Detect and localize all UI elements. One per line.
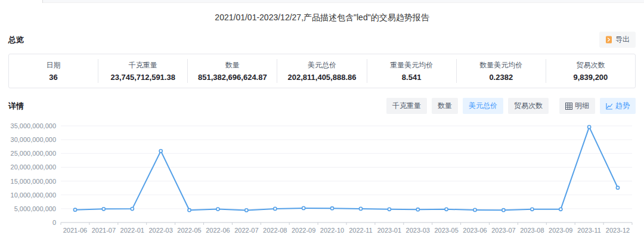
stat-label: 美元总价 [281, 60, 363, 70]
metric-tab-1[interactable]: 千克重量 [386, 98, 427, 114]
view-tab-1[interactable]: 明细 [559, 98, 595, 114]
stat-item: 数量851,382,696,624.87 [188, 59, 277, 83]
trend-line-icon [606, 103, 613, 110]
x-axis-tick-label: 2023-03 [406, 227, 430, 234]
browser-tab-edge [0, 0, 43, 3]
data-point-marker [73, 208, 76, 211]
x-axis-tick-label: 2022-08 [263, 227, 287, 234]
data-point-marker [159, 150, 162, 153]
stat-value: 36 [13, 73, 94, 82]
data-point-marker [445, 208, 448, 211]
stat-value: 202,811,405,888.86 [281, 73, 363, 82]
stat-value: 9,839,200 [550, 73, 631, 82]
stat-value: 851,382,696,624.87 [191, 73, 273, 82]
x-axis-tick-label: 2023-07 [491, 227, 515, 234]
data-point-marker [531, 208, 534, 211]
x-axis-tick-label: 2022-10 [320, 227, 344, 234]
stat-item: 数量美元均价0.2382 [457, 59, 546, 83]
data-point-marker [188, 209, 191, 212]
page-title: 2021/01/01-2023/12/27,产品描述包含"led"的交易趋势报告 [0, 3, 644, 23]
y-axis-tick-label: 10,000,000,000 [11, 191, 56, 199]
window-top-strip [0, 0, 644, 3]
stat-label: 千克重量 [102, 60, 184, 70]
x-axis-tick-label: 2023-05 [434, 227, 458, 234]
stat-item: 日期36 [9, 59, 98, 83]
x-axis-tick-label: 2022-01 [120, 227, 144, 234]
x-axis-tick-label: 2022-05 [177, 227, 201, 234]
stat-item: 贸易次数9,839,200 [546, 59, 635, 83]
view-tab-1-label: 明细 [575, 101, 589, 111]
x-axis-tick-label: 2022-03 [148, 227, 172, 234]
data-point-marker [616, 186, 619, 189]
y-axis-tick-label: 25,000,000,000 [11, 150, 56, 157]
data-point-marker [502, 209, 505, 212]
x-axis-tick-label: 2023-08 [520, 227, 544, 234]
data-point-marker [330, 207, 333, 210]
data-point-marker [274, 207, 277, 210]
y-axis-tick-label: 30,000,000,000 [11, 136, 56, 143]
metric-tab-4-label: 贸易次数 [514, 101, 543, 111]
overview-header: 总览 导出 [8, 32, 636, 48]
trend-line-chart: 05,000,000,00010,000,000,00015,000,000,0… [8, 121, 636, 241]
x-axis-tick-label: 2023-06 [463, 227, 487, 234]
data-point-marker [216, 208, 219, 211]
stat-value: 8.541 [371, 73, 453, 82]
overview-section-label: 总览 [8, 35, 24, 45]
stat-label: 数量 [191, 60, 273, 70]
view-tab-2-label: 趋势 [615, 101, 630, 111]
trend-chart-container: 05,000,000,00010,000,000,00015,000,000,0… [8, 121, 636, 241]
data-point-marker [245, 209, 248, 212]
x-axis-tick-label: 2022-11 [349, 227, 373, 234]
y-axis-tick-label: 0 [52, 219, 56, 226]
stat-item: 千克重量23,745,712,591.38 [98, 59, 188, 83]
x-axis-tick-label: 2022-09 [292, 227, 315, 234]
stat-label: 数量美元均价 [460, 60, 542, 70]
stat-label: 重量美元均价 [371, 60, 453, 70]
stat-item: 重量美元均价8.541 [367, 59, 457, 83]
data-point-marker [102, 208, 105, 211]
x-axis-tick-label: 2023-12 [606, 227, 630, 234]
y-axis-tick-label: 35,000,000,000 [11, 122, 56, 129]
y-axis-tick-label: 5,000,000,000 [14, 205, 56, 212]
data-point-marker [359, 207, 362, 210]
table-grid-icon [565, 103, 572, 110]
x-axis-tick-label: 2023-11 [577, 227, 601, 234]
details-header: 详情 千克重量数量美元总价贸易次数 明细趋势 [8, 98, 636, 114]
metric-tab-2-label: 数量 [438, 101, 452, 111]
x-axis-tick-label: 2023-01 [377, 227, 401, 234]
metric-tab-group: 千克重量数量美元总价贸易次数 [386, 98, 549, 114]
metric-tab-3-label: 美元总价 [469, 101, 497, 111]
stat-label: 贸易次数 [550, 60, 631, 70]
x-axis-tick-label: 2022-07 [234, 227, 258, 234]
x-axis-tick-label: 2023-09 [549, 227, 572, 234]
stat-value: 23,745,712,591.38 [102, 73, 184, 82]
export-button-label: 导出 [615, 35, 630, 45]
y-axis-tick-label: 15,000,000,000 [11, 178, 56, 185]
x-axis-tick-label: 2021-07 [92, 227, 116, 234]
data-point-marker [388, 208, 391, 211]
view-tab-group: 明细趋势 [559, 98, 636, 114]
metric-tab-1-label: 千克重量 [392, 101, 421, 111]
details-tab-groups: 千克重量数量美元总价贸易次数 明细趋势 [386, 98, 636, 114]
metric-tab-4[interactable]: 贸易次数 [508, 98, 549, 114]
data-point-marker [588, 125, 591, 128]
stat-value: 0.2382 [460, 73, 542, 82]
data-point-marker [416, 208, 419, 211]
data-point-marker [473, 208, 476, 211]
x-axis-tick-label: 2022-06 [206, 227, 230, 234]
data-point-marker [131, 208, 134, 211]
metric-tab-3[interactable]: 美元总价 [463, 98, 503, 114]
stat-item: 美元总价202,811,405,888.86 [277, 59, 367, 83]
data-point-marker [559, 208, 562, 211]
details-section-label: 详情 [8, 101, 24, 112]
x-axis-tick-label: 2021-06 [63, 227, 87, 234]
export-button[interactable]: 导出 [599, 32, 636, 48]
export-file-icon [605, 36, 612, 44]
overview-stats: 日期36千克重量23,745,712,591.38数量851,382,696,6… [8, 54, 636, 88]
stat-label: 日期 [13, 60, 94, 70]
data-point-marker [302, 206, 305, 209]
metric-tab-2[interactable]: 数量 [432, 98, 458, 114]
y-axis-tick-label: 20,000,000,000 [11, 163, 56, 171]
view-tab-2[interactable]: 趋势 [600, 98, 636, 114]
